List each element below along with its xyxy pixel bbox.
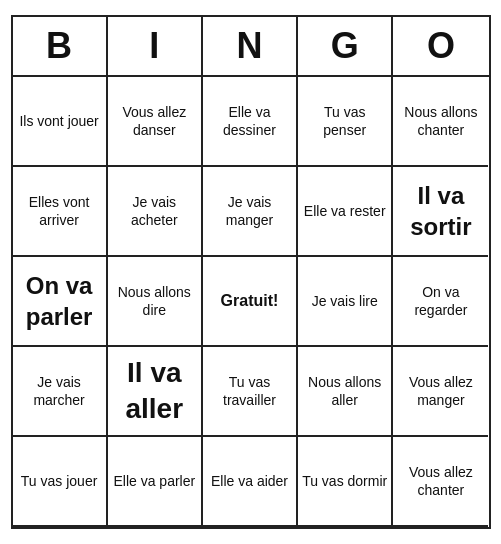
bingo-cell-9[interactable]: Il va sortir — [393, 167, 488, 257]
bingo-cell-5[interactable]: Elles vont arriver — [13, 167, 108, 257]
bingo-cell-24[interactable]: Vous allez chanter — [393, 437, 488, 527]
bingo-cell-13[interactable]: Je vais lire — [298, 257, 393, 347]
bingo-cell-2[interactable]: Elle va dessiner — [203, 77, 298, 167]
bingo-cell-10[interactable]: On va parler — [13, 257, 108, 347]
bingo-cell-16[interactable]: Il va aller — [108, 347, 203, 437]
bingo-cell-11[interactable]: Nous allons dire — [108, 257, 203, 347]
header-letter-i: I — [108, 17, 203, 75]
bingo-cell-1[interactable]: Vous allez danser — [108, 77, 203, 167]
bingo-cell-22[interactable]: Elle va aider — [203, 437, 298, 527]
bingo-cell-18[interactable]: Nous allons aller — [298, 347, 393, 437]
header-letter-g: G — [298, 17, 393, 75]
bingo-cell-14[interactable]: On va regarder — [393, 257, 488, 347]
header-letter-o: O — [393, 17, 488, 75]
bingo-grid: Ils vont jouerVous allez danserElle va d… — [13, 77, 489, 527]
bingo-header: BINGO — [13, 17, 489, 77]
bingo-cell-20[interactable]: Tu vas jouer — [13, 437, 108, 527]
bingo-cell-4[interactable]: Nous allons chanter — [393, 77, 488, 167]
bingo-cell-17[interactable]: Tu vas travailler — [203, 347, 298, 437]
bingo-cell-3[interactable]: Tu vas penser — [298, 77, 393, 167]
bingo-cell-0[interactable]: Ils vont jouer — [13, 77, 108, 167]
bingo-cell-23[interactable]: Tu vas dormir — [298, 437, 393, 527]
header-letter-b: B — [13, 17, 108, 75]
bingo-cell-7[interactable]: Je vais manger — [203, 167, 298, 257]
bingo-cell-19[interactable]: Vous allez manger — [393, 347, 488, 437]
bingo-cell-21[interactable]: Elle va parler — [108, 437, 203, 527]
bingo-cell-15[interactable]: Je vais marcher — [13, 347, 108, 437]
bingo-card: BINGO Ils vont jouerVous allez danserEll… — [11, 15, 491, 529]
bingo-cell-12[interactable]: Gratuit! — [203, 257, 298, 347]
header-letter-n: N — [203, 17, 298, 75]
bingo-cell-8[interactable]: Elle va rester — [298, 167, 393, 257]
bingo-cell-6[interactable]: Je vais acheter — [108, 167, 203, 257]
